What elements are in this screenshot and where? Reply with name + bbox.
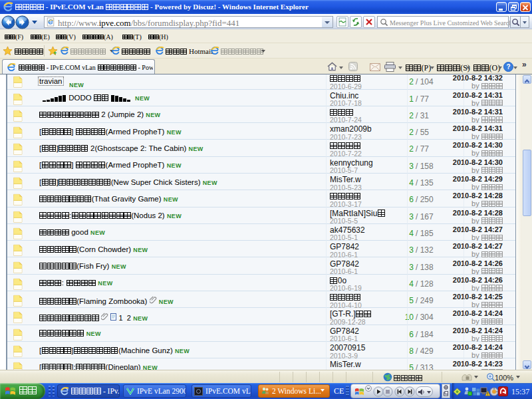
svg-text:?: ? xyxy=(506,63,510,70)
